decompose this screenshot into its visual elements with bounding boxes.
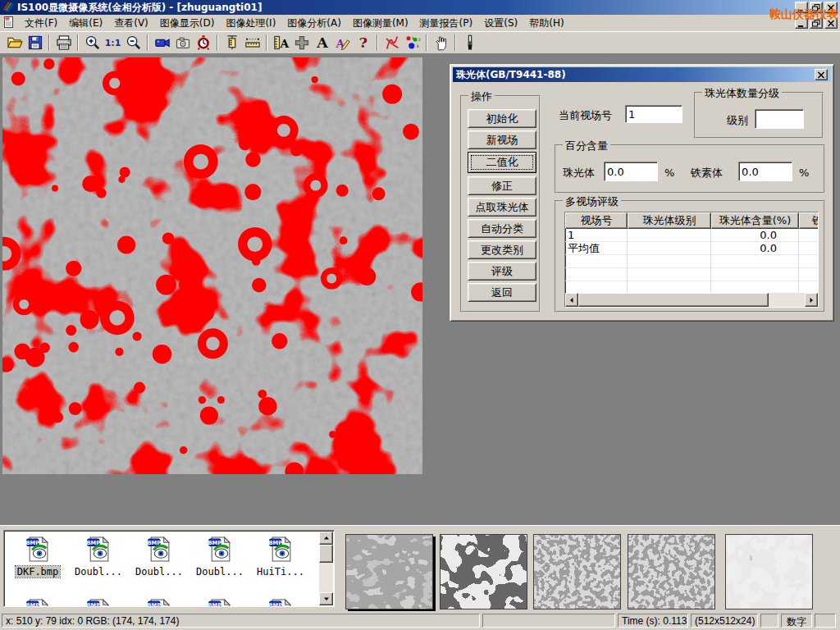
thumbnail-2[interactable] bbox=[440, 534, 527, 609]
scroll-left-button[interactable] bbox=[565, 293, 578, 307]
menu-item-7[interactable]: 图像测量(M) bbox=[347, 15, 414, 32]
calibration-points-button[interactable]: 123 bbox=[402, 33, 422, 52]
svg-text:BMP: BMP bbox=[86, 602, 100, 607]
measure-curve-button[interactable] bbox=[381, 33, 402, 52]
file-item-row2-5[interactable]: BMP bbox=[250, 598, 311, 607]
file-item-row2-4[interactable]: BMP bbox=[189, 598, 250, 607]
menu-item-4[interactable]: 图像显示(D) bbox=[154, 15, 221, 32]
thumbnail-3[interactable] bbox=[533, 534, 621, 609]
camera-button[interactable] bbox=[172, 33, 193, 52]
toolbar-separator bbox=[77, 34, 79, 51]
file-list[interactable]: BMPDKF.bmpBMPDoubl...BMPDoubl...BMPDoubl… bbox=[3, 530, 335, 607]
scroll-down-button[interactable] bbox=[319, 592, 333, 605]
table-horizontal-scrollbar[interactable] bbox=[565, 293, 818, 307]
picker-pen-button[interactable] bbox=[431, 33, 451, 52]
menu-item-1[interactable]: 文件(F) bbox=[19, 15, 63, 32]
thumbnail-5[interactable] bbox=[725, 534, 813, 609]
op-button-6[interactable]: 自动分类 bbox=[468, 219, 536, 238]
zoom-in-button[interactable] bbox=[82, 33, 103, 52]
zoom-out-button[interactable] bbox=[123, 33, 144, 52]
table-row[interactable]: 平均值0.0 bbox=[565, 242, 818, 255]
camera-icon bbox=[175, 34, 191, 51]
menu-item-10[interactable]: 帮助(H) bbox=[523, 15, 569, 32]
close-button[interactable] bbox=[824, 2, 838, 13]
document-icon[interactable]: DOC bbox=[2, 16, 16, 31]
print-button[interactable] bbox=[53, 33, 74, 52]
menu-item-5[interactable]: 图像处理(I) bbox=[220, 15, 281, 32]
brush-button[interactable] bbox=[459, 33, 480, 52]
table-column-header-4[interactable]: 铁素体含量(%) bbox=[799, 212, 819, 229]
pearlite-percent-input[interactable] bbox=[604, 162, 658, 181]
file-name: Doubl... bbox=[134, 566, 185, 578]
open-folder-button[interactable] bbox=[4, 33, 25, 52]
file-scroll-thumb[interactable] bbox=[319, 545, 333, 563]
scroll-thumb[interactable] bbox=[578, 293, 769, 307]
minimize-button[interactable] bbox=[795, 2, 808, 13]
multi-field-table[interactable]: 视场号珠光体级别珠光体含量(%)铁素体含量(%) 10.0平均值0.0 bbox=[564, 212, 819, 308]
thumbnail-4[interactable] bbox=[628, 534, 715, 609]
menu-item-6[interactable]: 图像分析(A) bbox=[281, 15, 347, 32]
mdi-restore-button[interactable] bbox=[810, 17, 823, 29]
calibrate-ruler-button[interactable]: A bbox=[271, 33, 291, 52]
table-row[interactable] bbox=[565, 255, 818, 268]
op-button-1[interactable]: 初始化 bbox=[468, 109, 536, 128]
text-style-button[interactable]: A bbox=[332, 33, 353, 52]
op-button-2[interactable]: 新视场 bbox=[468, 130, 536, 149]
ruler-button[interactable] bbox=[242, 33, 262, 52]
file-list-scrollbar[interactable] bbox=[319, 532, 333, 605]
save-button[interactable] bbox=[25, 33, 45, 52]
scroll-right-button[interactable] bbox=[805, 293, 818, 307]
timer-button[interactable] bbox=[193, 33, 213, 52]
table-row[interactable] bbox=[565, 268, 818, 281]
file-item-5[interactable]: BMPHuiTi... bbox=[250, 536, 311, 578]
caliper-icon bbox=[224, 34, 240, 51]
op-button-5[interactable]: 点取珠光体 bbox=[468, 198, 536, 217]
current-field-input[interactable] bbox=[625, 105, 682, 123]
ferrite-percent-input[interactable] bbox=[738, 162, 792, 181]
bmp-file-icon: BMP bbox=[85, 598, 112, 607]
op-button-3[interactable]: 二值化 bbox=[468, 152, 536, 173]
video-camera-button[interactable] bbox=[152, 33, 172, 52]
table-column-header-1[interactable]: 视场号 bbox=[565, 212, 628, 229]
table-column-header-2[interactable]: 珠光体级别 bbox=[628, 212, 711, 229]
bmp-file-icon: BMP bbox=[85, 536, 112, 565]
bmp-file-icon: BMP bbox=[267, 536, 294, 565]
help-button[interactable]: ? bbox=[353, 33, 373, 52]
op-button-4[interactable]: 修正 bbox=[468, 176, 536, 195]
op-button-7[interactable]: 更改类别 bbox=[468, 240, 536, 259]
file-item-row2-3[interactable]: BMP bbox=[129, 598, 189, 607]
svg-text:3: 3 bbox=[416, 44, 418, 48]
table-row[interactable]: 10.0 bbox=[565, 229, 818, 242]
level-input[interactable] bbox=[755, 109, 804, 129]
dialog-close-button[interactable] bbox=[815, 69, 828, 80]
actual-size-button[interactable]: 1:1 bbox=[103, 33, 123, 52]
file-item-row2-1[interactable]: BMP bbox=[7, 598, 68, 607]
toolbar-separator bbox=[217, 34, 218, 51]
status-blank-1 bbox=[482, 614, 615, 628]
file-item-3[interactable]: BMPDoubl... bbox=[129, 536, 189, 578]
thumbnail-1[interactable] bbox=[345, 534, 433, 609]
percent-group: 百分含量 珠光体 % 铁素体 % bbox=[555, 144, 825, 194]
op-button-8[interactable]: 评级 bbox=[468, 262, 536, 281]
file-item-1[interactable]: BMPDKF.bmp bbox=[7, 536, 68, 578]
op-button-9[interactable]: 返回 bbox=[468, 283, 536, 302]
table-column-header-3[interactable]: 珠光体含量(%) bbox=[711, 212, 799, 229]
caliper-button[interactable] bbox=[221, 33, 242, 52]
file-item-2[interactable]: BMPDoubl... bbox=[68, 536, 129, 578]
menu-item-8[interactable]: 测量报告(P) bbox=[414, 15, 479, 32]
picker-pen-icon bbox=[433, 34, 450, 51]
menu-item-9[interactable]: 设置(S) bbox=[478, 15, 523, 32]
move-cross-button[interactable] bbox=[291, 33, 312, 52]
text-a-button[interactable]: A bbox=[312, 33, 332, 52]
restore-button[interactable] bbox=[810, 2, 823, 13]
menu-item-3[interactable]: 查看(V) bbox=[108, 15, 154, 32]
dialog-title-bar[interactable]: 珠光体(GB/T9441-88) bbox=[453, 67, 831, 82]
mdi-close-button[interactable] bbox=[824, 17, 838, 29]
file-item-row2-2[interactable]: BMP bbox=[68, 598, 129, 607]
mdi-minimize-button[interactable] bbox=[795, 17, 808, 29]
file-item-4[interactable]: BMPDoubl... bbox=[189, 536, 250, 578]
scroll-up-button[interactable] bbox=[319, 532, 333, 545]
toolbar-separator bbox=[377, 34, 378, 51]
image-viewport[interactable] bbox=[2, 57, 422, 474]
menu-item-2[interactable]: 编辑(E) bbox=[63, 15, 108, 32]
